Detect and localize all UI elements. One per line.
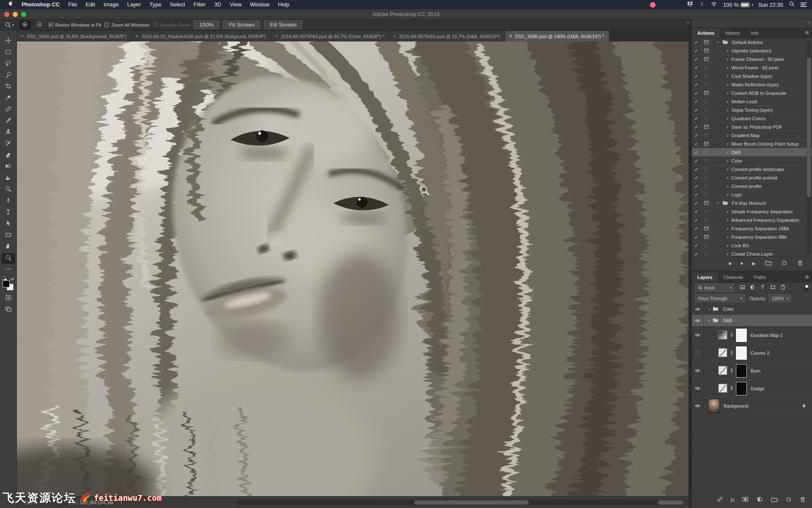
dodge-tool[interactable] [2, 185, 15, 195]
quick-selection-tool[interactable] [2, 70, 15, 81]
brush-tool[interactable] [2, 116, 15, 127]
chevron-right-icon[interactable]: › [727, 251, 728, 257]
panel-close-icon[interactable]: × [687, 20, 689, 25]
screen-mode-toggle[interactable] [2, 304, 15, 315]
adjustment-thumbnail[interactable] [718, 384, 727, 394]
action-row[interactable]: ✓›Gradient Map [692, 131, 812, 140]
action-check-icon[interactable]: ✓ [692, 97, 701, 105]
collapse-panels-icon[interactable]: « [807, 20, 809, 25]
action-dialog-toggle-icon[interactable] [701, 140, 712, 148]
action-check-icon[interactable]: ✓ [692, 114, 701, 122]
default-colors-icon[interactable] [2, 277, 5, 280]
menu-edit[interactable]: Edit [81, 1, 99, 8]
action-check-icon[interactable]: ✓ [692, 55, 701, 63]
action-dialog-toggle-icon[interactable] [701, 97, 712, 105]
chevron-right-icon[interactable]: › [727, 133, 728, 138]
action-dialog-toggle-icon[interactable] [701, 47, 712, 55]
zoom-100-button[interactable]: 100% [193, 20, 219, 29]
action-dialog-toggle-icon[interactable] [701, 148, 712, 156]
lasso-tool[interactable] [2, 59, 15, 69]
add-mask-button[interactable] [742, 496, 749, 504]
action-dialog-toggle-icon[interactable] [701, 190, 712, 199]
action-check-icon[interactable]: ✓ [692, 207, 701, 215]
new-folder-action-button[interactable] [765, 259, 772, 268]
action-check-icon[interactable]: ✓ [692, 123, 701, 131]
action-row[interactable]: ✓›FX-Ray Retouch [692, 199, 812, 207]
document-canvas[interactable] [17, 41, 689, 496]
action-dialog-toggle-icon[interactable] [701, 80, 712, 88]
layer-row-curves-2[interactable]: Curves 2 [692, 344, 812, 362]
action-row[interactable]: ✓›Logo [692, 190, 812, 199]
chevron-right-icon[interactable]: › [727, 65, 728, 70]
action-row[interactable]: ✓›Color [692, 157, 812, 165]
fill-screen-button[interactable]: Fill Screen [264, 20, 302, 29]
menu-3d[interactable]: 3D [210, 1, 226, 8]
menu-image[interactable]: Image [99, 1, 123, 8]
color-swatches[interactable]: ⇄ [2, 277, 15, 291]
visibility-eye-icon[interactable] [692, 362, 704, 379]
action-dialog-toggle-icon[interactable] [701, 64, 712, 72]
ellipsis-menu[interactable] [2, 265, 15, 275]
action-check-icon[interactable]: ✓ [692, 224, 701, 232]
menu-photoshop-cc[interactable]: Photoshop CC [17, 1, 64, 8]
action-row[interactable]: ✓›Custom RGB to Grayscale [692, 89, 812, 97]
marquee-tool[interactable] [2, 47, 15, 58]
eyedropper-tool[interactable] [2, 93, 15, 104]
actions-scrollbar-thumb[interactable] [807, 58, 811, 197]
layer-row-background[interactable]: Background [692, 398, 812, 414]
layers-menu-icon[interactable]: ≡ [805, 274, 809, 280]
action-check-icon[interactable]: ✓ [692, 140, 701, 148]
adjustment-thumbnail[interactable] [718, 330, 727, 340]
gradient-tool[interactable] [2, 162, 15, 172]
action-check-icon[interactable]: ✓ [692, 131, 701, 139]
spotlight-icon[interactable] [789, 1, 795, 8]
action-dialog-toggle-icon[interactable] [701, 233, 712, 241]
chevron-down-icon[interactable]: › [716, 41, 721, 43]
chevron-right-icon[interactable]: › [727, 99, 728, 104]
shape-tool[interactable] [2, 230, 15, 241]
action-check-icon[interactable]: ✓ [692, 64, 701, 72]
adjustment-thumbnail[interactable] [718, 348, 727, 358]
new-layer-button[interactable] [785, 496, 792, 504]
action-check-icon[interactable]: ✓ [692, 106, 701, 114]
action-row[interactable]: ✓›Wood Frame - 50 pixel [692, 64, 812, 72]
pen-tool[interactable] [2, 196, 15, 207]
tab-close-icon[interactable]: × [136, 33, 139, 39]
chevron-right-icon[interactable]: › [727, 141, 728, 146]
action-check-icon[interactable]: ✓ [692, 38, 701, 46]
visibility-eye-icon[interactable] [692, 304, 704, 315]
layer-row-burn[interactable]: Burn [692, 362, 812, 380]
visibility-eye-icon[interactable] [692, 380, 704, 397]
visibility-hidden-toggle[interactable] [692, 344, 704, 362]
pixel-filter-icon[interactable] [739, 284, 746, 291]
action-check-icon[interactable]: ✓ [692, 174, 701, 182]
action-check-icon[interactable]: ✓ [692, 216, 701, 224]
action-row[interactable]: ✓›Water Reflection (type) [692, 80, 812, 89]
blend-mode-dropdown[interactable]: Pass Through▾ [695, 294, 745, 302]
record-action-button[interactable]: ● [740, 261, 743, 266]
swap-colors-icon[interactable]: ⇄ [11, 276, 14, 281]
layer-row-dodge[interactable]: Dodge [692, 380, 812, 398]
link-layers-button[interactable] [716, 496, 724, 504]
visibility-eye-icon[interactable] [692, 326, 704, 344]
visibility-eye-icon[interactable] [692, 398, 704, 414]
action-row[interactable]: ✓›Frequency Separation 8Bit [692, 233, 812, 241]
action-row[interactable]: ✓›Advanced Frequency Separation [692, 216, 812, 224]
hand-tool[interactable] [2, 242, 15, 252]
stop-action-button[interactable]: ■ [729, 261, 732, 266]
action-dialog-toggle-icon[interactable] [701, 114, 712, 122]
zoom-in-mode-button[interactable] [20, 21, 31, 29]
play-action-button[interactable]: ▶ [752, 261, 756, 266]
layers-tab-layers[interactable]: Layers [692, 273, 718, 282]
layer-mask-thumbnail[interactable] [736, 346, 747, 360]
menu-window[interactable]: Window [246, 1, 274, 8]
chevron-right-icon[interactable]: › [727, 192, 728, 197]
action-check-icon[interactable]: ✓ [692, 182, 701, 190]
document-tab-3[interactable]: ×2016-09-0979083.psd @ 66,7% (Color, RGB… [271, 31, 389, 41]
action-check-icon[interactable]: ✓ [692, 190, 701, 199]
action-row[interactable]: ✓›Vignette (selection) [692, 47, 812, 55]
delete-layer-button[interactable] [799, 496, 806, 504]
chevron-right-icon[interactable]: › [727, 56, 728, 62]
layer-mask-thumbnail[interactable] [736, 364, 747, 378]
action-row[interactable]: ✓›Save as Photoshop PDF [692, 123, 812, 131]
